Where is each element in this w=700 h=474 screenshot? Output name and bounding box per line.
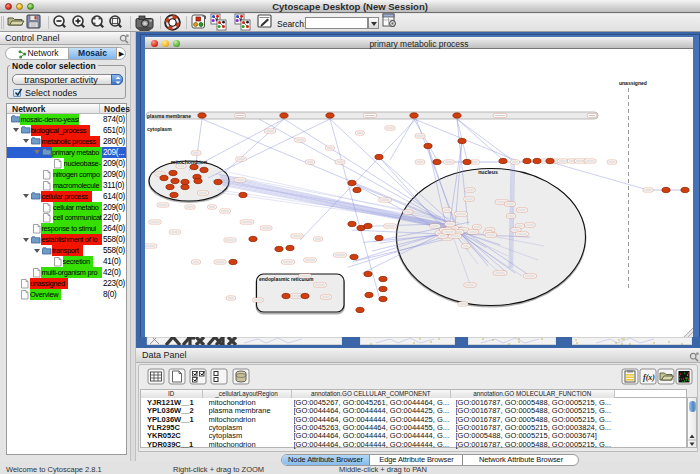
svg-text:f(x): f(x) xyxy=(643,373,655,382)
svg-text:nucleus: nucleus xyxy=(478,169,498,175)
svg-text:plasma membrane: plasma membrane xyxy=(147,113,191,119)
svg-text:cytoplasm: cytoplasm xyxy=(147,126,172,132)
svg-text:mitochondrion: mitochondrion xyxy=(171,159,207,165)
svg-text:unassigned: unassigned xyxy=(619,80,647,86)
